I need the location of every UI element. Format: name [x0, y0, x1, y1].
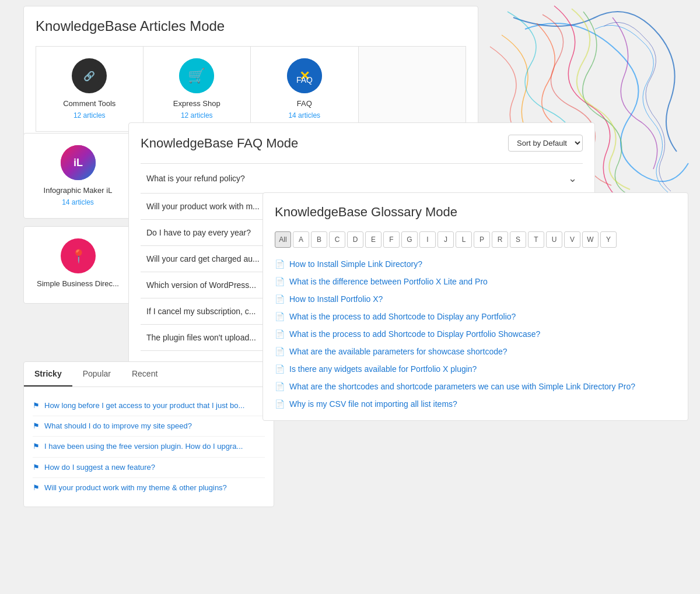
doc-icon-5: 📄 — [275, 347, 285, 356]
doc-icon-7: 📄 — [275, 382, 285, 391]
alpha-btn-b[interactable]: B — [311, 231, 327, 248]
article-name-express-shop: Express Shop — [173, 99, 220, 108]
faq-item-0[interactable]: What is your refund policy? ⌄ — [141, 164, 583, 194]
glossary-link-item-0: 📄 How to Install Simple Link Directory? — [275, 259, 676, 269]
sort-select[interactable]: Sort by Default — [508, 135, 583, 152]
bookmark-icon-2: ⚑ — [33, 442, 40, 451]
article-count-comment-tools: 12 articles — [74, 111, 106, 119]
tab-link-2[interactable]: I have been using the free version plugi… — [44, 441, 243, 452]
glossary-link-7[interactable]: What are the shortcodes and shortcode pa… — [289, 382, 635, 391]
glossary-mode-panel: KnowledgeBase Glossary Mode All A B C D … — [262, 192, 688, 421]
alpha-btn-d[interactable]: D — [347, 231, 363, 248]
svg-text:iL: iL — [74, 157, 83, 168]
tab-link-item-4: ⚑ Will your product work with my theme &… — [33, 478, 265, 498]
doc-icon-4: 📄 — [275, 329, 285, 339]
article-name-comment-tools: Comment Tools — [63, 99, 116, 108]
glossary-link-item-4: 📄 What is the process to add Shortcode t… — [275, 329, 676, 339]
tab-link-0[interactable]: How long before I get access to your pro… — [44, 400, 244, 411]
alpha-btn-t[interactable]: T — [528, 231, 544, 248]
doc-icon-0: 📄 — [275, 259, 285, 269]
alpha-btn-c[interactable]: C — [329, 231, 345, 248]
glossary-link-item-8: 📄 Why is my CSV file not importing all l… — [275, 399, 676, 409]
alpha-btn-w[interactable]: W — [582, 231, 598, 248]
tab-link-3[interactable]: How do I suggest a new feature? — [44, 462, 155, 473]
glossary-link-2[interactable]: How to Install Portfolio X? — [289, 294, 383, 304]
alpha-btn-g[interactable]: G — [401, 231, 418, 248]
bookmark-icon-4: ⚑ — [33, 483, 40, 492]
faq-question-4: Which version of WordPress... — [146, 280, 256, 290]
faq-arrow-0: ⌄ — [568, 172, 577, 185]
glossary-link-1[interactable]: What is the difference between Portfolio… — [289, 277, 488, 286]
alpha-btn-s[interactable]: S — [510, 231, 526, 248]
doc-icon-1: 📄 — [275, 277, 285, 286]
article-card-simple-business[interactable]: 📍 Simple Business Direc... — [23, 226, 132, 304]
faq-question-1: Will your product work with m... — [146, 202, 260, 211]
articles-grid: 🔗 Comment Tools 12 articles 🛒 Express Sh… — [36, 46, 466, 132]
bookmark-icon-3: ⚑ — [33, 463, 40, 472]
faq-mode-title: KnowledgeBase FAQ Mode — [141, 136, 298, 151]
alpha-btn-u[interactable]: U — [546, 231, 562, 248]
article-count-express-shop: 12 articles — [181, 111, 213, 119]
svg-text:📍: 📍 — [70, 248, 86, 264]
alpha-btn-y[interactable]: Y — [600, 231, 617, 248]
glossary-link-4[interactable]: What is the process to add Shortcode to … — [289, 329, 540, 339]
alpha-btn-f[interactable]: F — [383, 231, 400, 248]
alpha-btn-j[interactable]: J — [438, 231, 454, 248]
tab-stricky[interactable]: Stricky — [24, 362, 72, 386]
faq-question-6: The plugin files won't upload... — [146, 333, 256, 342]
doc-icon-6: 📄 — [275, 364, 285, 374]
faq-header: KnowledgeBase FAQ Mode Sort by Default — [141, 135, 583, 152]
article-icon-express-shop: 🛒 — [179, 58, 214, 93]
article-count-faq: 14 articles — [288, 111, 320, 119]
doc-icon-8: 📄 — [275, 399, 285, 409]
tabs-panel: Stricky Popular Recent ⚑ How long before… — [23, 361, 274, 507]
article-icon-faq: ✕ FAQ — [287, 58, 322, 93]
tab-recent[interactable]: Recent — [121, 362, 168, 386]
tab-link-item-2: ⚑ I have been using the free version plu… — [33, 437, 265, 457]
glossary-link-0[interactable]: How to Install Simple Link Directory? — [289, 259, 422, 269]
bookmark-icon-0: ⚑ — [33, 401, 40, 410]
alpha-btn-v[interactable]: V — [564, 231, 580, 248]
articles-mode-title: KnowledgeBase Articles Mode — [36, 18, 466, 34]
alpha-btn-i[interactable]: I — [419, 231, 436, 248]
alpha-btn-r[interactable]: R — [492, 231, 508, 248]
alpha-btn-p[interactable]: P — [474, 231, 490, 248]
tabs-header: Stricky Popular Recent — [24, 362, 274, 387]
article-card-infographic[interactable]: iL Infographic Maker iL 14 articles — [23, 133, 132, 219]
article-icon-infographic: iL — [61, 145, 96, 180]
tab-popular[interactable]: Popular — [72, 362, 121, 386]
tab-link-item-3: ⚑ How do I suggest a new feature? — [33, 458, 265, 478]
alpha-btn-e[interactable]: E — [365, 231, 382, 248]
glossary-mode-title: KnowledgeBase Glossary Mode — [275, 205, 676, 220]
glossary-link-item-1: 📄 What is the difference between Portfol… — [275, 277, 676, 286]
glossary-link-5[interactable]: What are the available parameters for sh… — [289, 347, 508, 356]
glossary-link-item-3: 📄 What is the process to add Shortcode t… — [275, 312, 676, 321]
article-card-comment-tools[interactable]: 🔗 Comment Tools 12 articles — [36, 46, 144, 132]
alpha-btn-a[interactable]: A — [293, 231, 309, 248]
page-wrapper: KnowledgeBase Articles Mode 🔗 Comment To… — [0, 0, 700, 594]
glossary-links: 📄 How to Install Simple Link Directory? … — [275, 259, 676, 409]
article-card-empty — [359, 46, 467, 132]
alpha-btn-all[interactable]: All — [275, 231, 291, 248]
faq-question-3: Will your card get charged au... — [146, 254, 260, 263]
glossary-link-8[interactable]: Why is my CSV file not importing all lis… — [289, 399, 457, 409]
glossary-link-6[interactable]: Is there any widgets available for Portf… — [289, 364, 477, 374]
faq-question-2: Do I have to pay every year? — [146, 228, 251, 237]
tab-link-item-0: ⚑ How long before I get access to your p… — [33, 396, 265, 416]
tab-link-1[interactable]: What should I do to improve my site spee… — [44, 421, 192, 431]
article-card-express-shop[interactable]: 🛒 Express Shop 12 articles — [144, 46, 251, 132]
tab-link-4[interactable]: Will your product work with my theme & o… — [44, 483, 227, 493]
tab-link-item-1: ⚑ What should I do to improve my site sp… — [33, 416, 265, 437]
alpha-btn-l[interactable]: L — [456, 231, 472, 248]
article-icon-comment-tools: 🔗 — [72, 58, 107, 93]
article-card-faq[interactable]: ✕ FAQ FAQ 14 articles — [251, 46, 359, 132]
bookmark-icon-1: ⚑ — [33, 421, 40, 430]
alphabet-navigation: All A B C D E F G I J L P R S T U V W Y — [275, 231, 676, 248]
article-name-simple-business: Simple Business Direc... — [37, 279, 119, 288]
tab-content-stricky: ⚑ How long before I get access to your p… — [24, 387, 274, 507]
article-icon-simple-business: 📍 — [61, 238, 96, 273]
svg-text:🔗: 🔗 — [83, 71, 95, 82]
doc-icon-3: 📄 — [275, 312, 285, 321]
svg-text:🛒: 🛒 — [188, 67, 205, 84]
glossary-link-3[interactable]: What is the process to add Shortcode to … — [289, 312, 516, 321]
